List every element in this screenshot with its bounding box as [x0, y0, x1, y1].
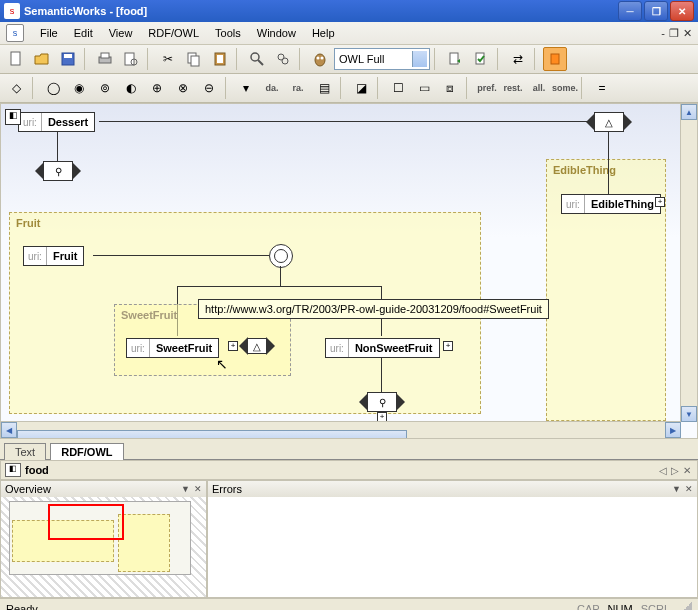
union-node[interactable] [269, 244, 293, 268]
close-button[interactable]: ✕ [670, 1, 694, 21]
errors-title-bar: Errors ▼ ✕ [208, 481, 697, 497]
doc-close-button[interactable]: ✕ [683, 465, 691, 476]
circle2-icon[interactable]: ◉ [67, 76, 91, 100]
hex-nonsweet-key[interactable]: ⚲ [367, 392, 397, 412]
node-ediblething-label: EdibleThing [585, 198, 660, 210]
rest-button[interactable]: rest. [501, 76, 525, 100]
resize-grip[interactable] [678, 602, 692, 610]
menu-view[interactable]: View [101, 25, 141, 41]
connector [608, 131, 609, 194]
reload-button[interactable] [443, 47, 467, 71]
node-sweetfruit-label: SweetFruit [150, 342, 218, 354]
scroll-up-icon[interactable]: ▲ [681, 104, 697, 120]
tab-text[interactable]: Text [4, 443, 46, 460]
overview-viewport[interactable] [48, 504, 124, 540]
node-dessert[interactable]: uri: Dessert [18, 112, 95, 132]
thing-icon[interactable]: ◇ [4, 76, 28, 100]
expand-nonsweetfruit-icon[interactable]: + [443, 341, 453, 351]
some-button[interactable]: some. [553, 76, 577, 100]
owl-icon[interactable] [308, 47, 332, 71]
circle4-icon[interactable]: ◐ [119, 76, 143, 100]
mdi-restore-button[interactable]: ❐ [669, 27, 679, 40]
ra-button[interactable]: ra. [286, 76, 310, 100]
menu-rdfowl[interactable]: RDF/OWL [140, 25, 207, 41]
expand-ediblething-icon[interactable]: + [655, 197, 665, 207]
tab-rdfowl[interactable]: RDF/OWL [50, 443, 123, 460]
node-sweetfruit[interactable]: uri: SweetFruit [126, 338, 219, 358]
menu-file[interactable]: File [32, 25, 66, 41]
menu-help[interactable]: Help [304, 25, 343, 41]
svg-rect-0 [11, 52, 20, 65]
menu-bar: s File Edit View RDF/OWL Tools Window He… [0, 22, 698, 45]
svg-rect-18 [450, 53, 458, 64]
toolbar-main: ✂ OWL Full ⇄ [0, 45, 698, 74]
minimize-button[interactable]: ─ [618, 1, 642, 21]
pref-button[interactable]: pref. [475, 76, 499, 100]
all-button[interactable]: all. [527, 76, 551, 100]
down-icon[interactable]: ▾ [234, 76, 258, 100]
scroll-right-icon[interactable]: ▶ [665, 422, 681, 438]
menu-window[interactable]: Window [249, 25, 304, 41]
hex-ediblething-top[interactable]: △ [594, 112, 624, 132]
hex-sweetfruit[interactable]: △ [247, 338, 267, 354]
eq-icon[interactable]: ▤ [312, 76, 336, 100]
mdi-close-button[interactable]: ✕ [683, 27, 692, 40]
circle1-icon[interactable]: ◯ [41, 76, 65, 100]
scroll-down-icon[interactable]: ▼ [681, 406, 697, 422]
equals-icon[interactable]: = [590, 76, 614, 100]
menu-tools[interactable]: Tools [207, 25, 249, 41]
errors-menu-button[interactable]: ▼ [672, 484, 681, 494]
find-in-files-button[interactable] [271, 47, 295, 71]
overview-close-button[interactable]: ✕ [194, 484, 202, 494]
status-num: NUM [608, 603, 633, 610]
circle5-icon[interactable]: ⊕ [145, 76, 169, 100]
horizontal-scrollbar[interactable]: ◀ ▶ [1, 421, 681, 438]
highlight-button[interactable] [543, 47, 567, 71]
expand-dessert-icon[interactable]: ◧ [5, 109, 21, 125]
box1-icon[interactable]: ☐ [386, 76, 410, 100]
errors-list[interactable] [208, 497, 697, 597]
circle3-icon[interactable]: ⊚ [93, 76, 117, 100]
save-button[interactable] [56, 47, 80, 71]
key-icon: ⚲ [379, 397, 386, 408]
overview-canvas[interactable] [1, 497, 206, 597]
da-button[interactable]: da. [260, 76, 284, 100]
mdi-minimize-button[interactable]: - [661, 27, 665, 40]
node-fruit[interactable]: uri: Fruit [23, 246, 84, 266]
print-button[interactable] [93, 47, 117, 71]
owl-level-select[interactable]: OWL Full [334, 48, 430, 70]
node-nonsweetfruit[interactable]: uri: NonSweetFruit [325, 338, 440, 358]
cut-button[interactable]: ✂ [156, 47, 180, 71]
circle6-icon[interactable]: ⊗ [171, 76, 195, 100]
diagram-canvas[interactable]: uri: Dessert ◧ △ ⚲ EdibleThing uri: Edib… [0, 103, 698, 439]
connector [280, 266, 281, 286]
svg-point-15 [315, 54, 325, 66]
overview-menu-button[interactable]: ▼ [181, 484, 190, 494]
connector [177, 286, 381, 287]
swap-button[interactable]: ⇄ [506, 47, 530, 71]
doc-prev-button[interactable]: ◁ [659, 465, 667, 476]
open-button[interactable] [30, 47, 54, 71]
vertical-scrollbar[interactable]: ▲ ▼ [680, 104, 697, 422]
menu-edit[interactable]: Edit [66, 25, 101, 41]
paste-button[interactable] [208, 47, 232, 71]
print-preview-button[interactable] [119, 47, 143, 71]
node-ediblething[interactable]: uri: EdibleThing [561, 194, 661, 214]
circle7-icon[interactable]: ⊖ [197, 76, 221, 100]
expand-sweetfruit-icon[interactable]: + [228, 341, 238, 351]
box3-icon[interactable]: ⧈ [438, 76, 462, 100]
status-scrl: SCRL [641, 603, 670, 610]
copy-button[interactable] [182, 47, 206, 71]
new-button[interactable] [4, 47, 28, 71]
doc-next-button[interactable]: ▷ [671, 465, 679, 476]
scroll-left-icon[interactable]: ◀ [1, 422, 17, 438]
node-nonsweetfruit-label: NonSweetFruit [349, 342, 439, 354]
validate-button[interactable] [469, 47, 493, 71]
find-button[interactable] [245, 47, 269, 71]
box2-icon[interactable]: ▭ [412, 76, 436, 100]
errors-close-button[interactable]: ✕ [685, 484, 693, 494]
scroll-thumb[interactable] [17, 430, 407, 439]
hex-key[interactable]: ⚲ [43, 161, 73, 181]
fill-icon[interactable]: ◪ [349, 76, 373, 100]
maximize-button[interactable]: ❐ [644, 1, 668, 21]
